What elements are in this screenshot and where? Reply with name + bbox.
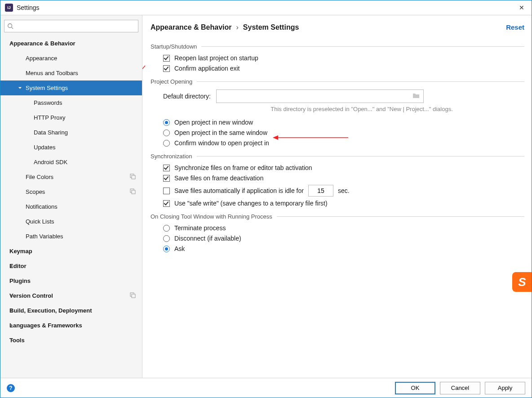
tree-item-label: Appearance: [26, 55, 57, 62]
tree-item[interactable]: Version Control: [0, 288, 142, 303]
help-icon[interactable]: ?: [7, 384, 15, 392]
chevron-right-icon: [9, 338, 14, 343]
tree-item-label: HTTP Proxy: [34, 114, 66, 121]
copy-icon: [130, 188, 136, 196]
section-project-opening: Project Opening: [151, 78, 524, 85]
tree-item[interactable]: System Settings: [0, 80, 142, 95]
close-icon[interactable]: ✕: [516, 4, 527, 11]
app-icon: IJ: [5, 4, 13, 12]
radio-icon: [163, 225, 170, 232]
checkbox-icon: [163, 55, 170, 62]
checkbox-icon: [163, 175, 170, 182]
checkbox-safe-write[interactable]: Use "safe write" (save changes to a temp…: [163, 200, 524, 207]
radio-icon: [163, 130, 170, 136]
cancel-button[interactable]: Cancel: [440, 382, 480, 394]
tree-item[interactable]: Menus and Toolbars: [0, 66, 142, 80]
tree-item-label: Version Control: [9, 292, 53, 299]
search-icon: [7, 23, 13, 29]
default-directory-hint: This directory is preselected in "Open..…: [218, 106, 505, 112]
ok-button[interactable]: OK: [395, 382, 435, 394]
tree-item[interactable]: Appearance: [0, 51, 142, 66]
chevron-right-icon: [9, 323, 14, 328]
tree-item-label: System Settings: [26, 85, 68, 91]
tree-item-label: Appearance & Behavior: [9, 40, 75, 47]
search-input[interactable]: [15, 23, 135, 30]
tree-item[interactable]: Plugins: [0, 273, 142, 288]
chevron-right-icon: [9, 264, 14, 268]
tree-item[interactable]: Android SDK: [0, 155, 142, 170]
svg-point-0: [8, 24, 12, 28]
radio-confirm-window[interactable]: Confirm window to open project in: [163, 139, 524, 147]
copy-icon: [130, 292, 136, 300]
tree-item-label: Data Sharing: [34, 129, 68, 136]
idle-seconds-input[interactable]: [308, 185, 333, 197]
radio-terminate-process[interactable]: Terminate process: [163, 224, 524, 232]
breadcrumb-root: Appearance & Behavior: [151, 23, 232, 31]
chevron-right-icon: ›: [236, 23, 239, 31]
tree-item[interactable]: Quick Lists: [0, 214, 142, 229]
checkbox-save-idle[interactable]: Save files automatically if application …: [163, 185, 524, 197]
checkbox-save-on-deactivation[interactable]: Save files on frame deactivation: [163, 174, 524, 182]
tree-item[interactable]: Passwords: [0, 95, 142, 110]
tree-item-label: Plugins: [9, 277, 31, 284]
tree-item[interactable]: Notifications: [0, 199, 142, 214]
tree-item-label: Passwords: [34, 99, 62, 106]
section-synchronization: Synchronization: [151, 153, 524, 160]
dialog-footer: ? OK Cancel Apply: [0, 378, 532, 398]
svg-rect-3: [132, 175, 135, 179]
content-pane: Appearance & Behavior › System Settings …: [142, 15, 532, 378]
window-title: Settings: [17, 4, 40, 11]
radio-open-new-window[interactable]: Open project in new window: [163, 119, 524, 126]
sogou-badge-icon: S: [512, 272, 532, 292]
chevron-right-icon: [9, 309, 14, 313]
tree-item[interactable]: Tools: [0, 333, 142, 348]
checkbox-confirm-exit[interactable]: Confirm application exit: [163, 65, 524, 72]
tree-item[interactable]: Keymap: [0, 244, 142, 259]
default-directory-label: Default directory:: [163, 93, 211, 100]
titlebar: IJ Settings ✕: [0, 0, 532, 15]
radio-icon: [163, 140, 170, 147]
tree-item-label: Updates: [34, 144, 55, 151]
tree-item-label: Keymap: [9, 248, 32, 255]
radio-ask[interactable]: Ask: [163, 245, 524, 252]
annotation-arrow: [142, 65, 146, 82]
tree-item[interactable]: Data Sharing: [0, 125, 142, 140]
svg-rect-5: [132, 190, 135, 194]
tree-item[interactable]: Build, Execution, Deployment: [0, 303, 142, 318]
radio-icon: [163, 246, 170, 252]
radio-open-same-window[interactable]: Open project in the same window: [163, 129, 524, 136]
default-directory-input[interactable]: [216, 89, 424, 103]
tree-item[interactable]: Path Variables: [0, 229, 142, 244]
tree-item-label: Build, Execution, Deployment: [9, 307, 92, 314]
radio-icon: [163, 235, 170, 242]
sidebar: Appearance & BehaviorAppearanceMenus and…: [0, 15, 142, 378]
radio-disconnect[interactable]: Disconnect (if available): [163, 235, 524, 242]
chevron-down-icon: [9, 41, 14, 46]
tree-item-label: Notifications: [26, 203, 58, 210]
tree-item[interactable]: Editor: [0, 259, 142, 273]
radio-icon: [163, 119, 170, 126]
search-input-container[interactable]: [4, 20, 138, 32]
checkbox-icon: [163, 165, 170, 171]
tree-item-label: Android SDK: [34, 159, 67, 165]
apply-button[interactable]: Apply: [485, 382, 525, 394]
checkbox-icon: [163, 188, 170, 194]
tree-item[interactable]: Updates: [0, 140, 142, 155]
tree-item[interactable]: HTTP Proxy: [0, 110, 142, 125]
tree-item[interactable]: Languages & Frameworks: [0, 318, 142, 333]
svg-rect-7: [132, 294, 135, 298]
tree-item-label: Path Variables: [26, 233, 63, 240]
folder-icon[interactable]: [412, 93, 420, 100]
copy-icon: [130, 174, 136, 181]
svg-line-8: [142, 66, 145, 80]
reset-link[interactable]: Reset: [506, 23, 524, 31]
checkbox-sync-on-frame[interactable]: Synchronize files on frame or editor tab…: [163, 164, 524, 171]
chevron-right-icon: [9, 294, 14, 298]
tree-item[interactable]: File Colors: [0, 170, 142, 184]
breadcrumb-leaf: System Settings: [243, 23, 299, 31]
tree-item-label: Menus and Toolbars: [26, 70, 78, 76]
tree-item[interactable]: Scopes: [0, 184, 142, 199]
tree-item-label: Scopes: [26, 188, 45, 195]
tree-item[interactable]: Appearance & Behavior: [0, 36, 142, 51]
checkbox-reopen-last-project[interactable]: Reopen last project on startup: [163, 54, 524, 62]
